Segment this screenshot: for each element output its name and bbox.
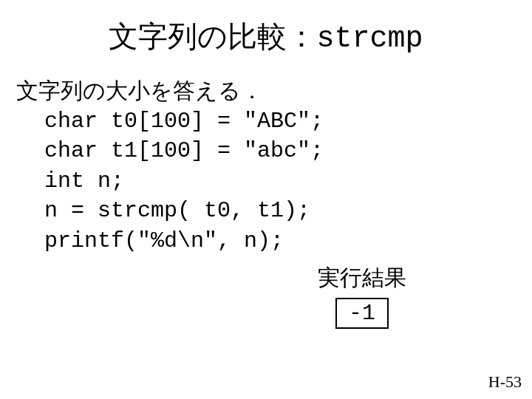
code-line: char t1[100] = "abc"; bbox=[44, 138, 324, 163]
result-block: 実行結果 -1 bbox=[318, 263, 406, 329]
title-text-fn: strcmp bbox=[316, 22, 423, 55]
code-line: int n; bbox=[44, 168, 124, 194]
code-block: char t0[100] = "ABC"; char t1[100] = "ab… bbox=[16, 106, 517, 256]
result-value-box: -1 bbox=[335, 298, 389, 329]
slide-title: 文字列の比較：strcmp bbox=[0, 0, 532, 57]
result-label: 実行結果 bbox=[318, 263, 406, 293]
code-line: char t0[100] = "ABC"; bbox=[44, 109, 324, 134]
code-line: printf("%d\n", n); bbox=[44, 228, 284, 253]
result-value: -1 bbox=[349, 301, 375, 326]
code-line: n = strcmp( t0, t1); bbox=[44, 198, 310, 223]
slide-body: 文字列の大小を答える． char t0[100] = "ABC"; char t… bbox=[0, 57, 532, 256]
intro-text: 文字列の大小を答える． bbox=[16, 76, 517, 106]
page-number: H-53 bbox=[488, 372, 522, 392]
slide: 文字列の比較：strcmp 文字列の大小を答える． char t0[100] =… bbox=[0, 0, 532, 399]
title-text-jp: 文字列の比較： bbox=[109, 20, 316, 52]
